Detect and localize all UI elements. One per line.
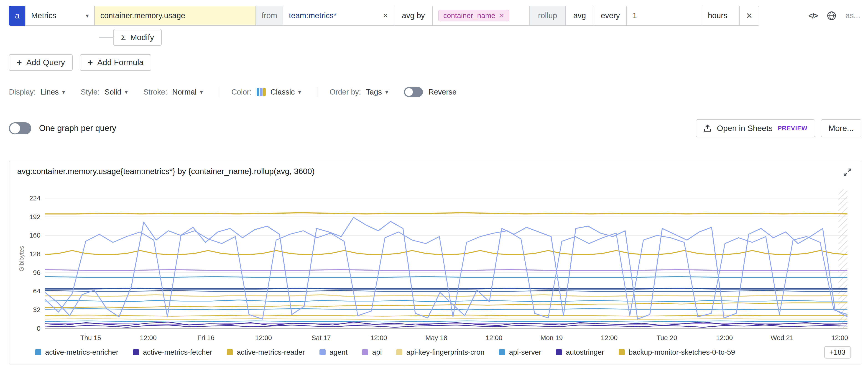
one-graph-per-query-toggle[interactable] <box>9 122 31 134</box>
code-icon[interactable]: </> <box>808 11 817 20</box>
x-tick-label: 12:00 <box>140 334 157 341</box>
source-dropdown[interactable]: Metrics ▾ <box>25 6 95 26</box>
add-query-button[interactable]: + Add Query <box>9 54 73 71</box>
clear-scope-icon[interactable]: ✕ <box>383 12 389 20</box>
expand-graph-button[interactable] <box>842 167 853 180</box>
legend-overflow-badge[interactable]: +183 <box>824 346 851 359</box>
chevron-down-icon: ▾ <box>385 88 389 96</box>
group-by-tag-pill[interactable]: container_name ✕ <box>438 10 509 22</box>
globe-icon[interactable] <box>827 11 837 21</box>
open-in-sheets-button[interactable]: Open in Sheets PREVIEW <box>696 119 815 137</box>
rollup-label: rollup <box>529 6 566 26</box>
from-label: from <box>255 6 283 26</box>
legend-label: backup-monitor-sketches-0-to-59 <box>629 348 735 357</box>
series-line[interactable] <box>45 213 847 214</box>
legend-label: active-metrics-fetcher <box>143 348 212 357</box>
chart-title: avg:container.memory.usage{team:metrics*… <box>17 167 314 176</box>
color-dropdown[interactable]: Color: Classic ▾ <box>231 88 301 96</box>
query-bar-actions: </> as... <box>808 11 861 21</box>
legend-item[interactable]: api <box>362 348 382 357</box>
legend-item[interactable]: autostringer <box>556 348 604 357</box>
legend-swatch <box>556 349 562 355</box>
divider <box>219 87 219 97</box>
display-dropdown[interactable]: Display: Lines ▾ <box>9 88 65 96</box>
legend-label: active-metrics-reader <box>237 348 305 357</box>
chart-header: avg:container.memory.usage{team:metrics*… <box>17 167 853 180</box>
more-button[interactable]: More... <box>821 119 861 137</box>
as-label[interactable]: as... <box>845 11 860 20</box>
divider <box>317 87 317 97</box>
incomplete-data-hatch <box>839 189 847 328</box>
series-line[interactable] <box>45 318 847 319</box>
color-label: Color: <box>231 88 251 96</box>
add-row: + Add Query + Add Formula <box>9 54 861 71</box>
interval-value-input[interactable]: 1 <box>626 6 702 26</box>
legend-item[interactable]: agent <box>319 348 348 357</box>
legend-item[interactable]: api-key-fingerprints-cron <box>396 348 484 357</box>
x-tick-label: 12:00 <box>486 334 502 341</box>
connector-line <box>99 37 113 38</box>
display-label: Display: <box>9 88 36 96</box>
reverse-toggle[interactable] <box>404 87 423 97</box>
legend-item[interactable]: backup-monitor-sketches-0-to-59 <box>619 348 735 357</box>
legend-swatch <box>396 349 402 355</box>
reverse-toggle-group: Reverse <box>404 87 457 97</box>
interval-unit-dropdown[interactable]: hours <box>702 6 740 26</box>
chevron-down-icon: ▾ <box>86 12 89 19</box>
metric-input[interactable]: container.memory.usage <box>94 6 256 26</box>
style-value: Solid <box>104 88 121 96</box>
legend-items: active-metrics-enricheractive-metrics-fe… <box>35 348 735 357</box>
graph-controls-row: One graph per query Open in Sheets PREVI… <box>9 119 861 137</box>
series-line[interactable] <box>45 315 847 316</box>
metrics-explorer-page: a Metrics ▾ container.memory.usage from … <box>0 0 868 369</box>
display-value: Lines <box>41 88 59 96</box>
legend-label: active-metrics-enricher <box>45 348 118 357</box>
modify-row: Σ Modify <box>99 29 861 46</box>
x-tick-label: 12:00 <box>831 334 848 341</box>
series-line[interactable] <box>45 300 847 302</box>
style-dropdown[interactable]: Style: Solid ▾ <box>81 88 128 96</box>
legend-item[interactable]: api-server <box>499 348 541 357</box>
rollup-fn-dropdown[interactable]: avg <box>565 6 594 26</box>
stroke-dropdown[interactable]: Stroke: Normal ▾ <box>144 88 203 96</box>
x-tick-label: Thu 15 <box>81 334 101 341</box>
y-tick-label: 128 <box>29 250 40 257</box>
series-line[interactable] <box>45 231 847 319</box>
timeseries-chart[interactable]: 0326496128160192224Thu 1512:00Fri 1612:0… <box>17 182 853 345</box>
every-label: every <box>594 6 627 26</box>
legend-swatch <box>362 349 368 355</box>
add-formula-label: Add Formula <box>97 58 144 67</box>
scope-input[interactable]: team:metrics* ✕ <box>283 6 394 26</box>
order-by-dropdown[interactable]: Order by: Tags ▾ <box>330 88 388 96</box>
series-line[interactable] <box>45 295 847 297</box>
query-letter-badge[interactable]: a <box>9 6 26 26</box>
remove-tag-icon[interactable]: ✕ <box>499 12 504 19</box>
legend-label: autostringer <box>566 348 604 357</box>
plus-icon: + <box>17 58 22 67</box>
open-in-sheets-label: Open in Sheets <box>717 124 773 133</box>
x-tick-label: 12:00 <box>255 334 272 341</box>
y-tick-label: 32 <box>33 306 41 313</box>
y-tick-label: 160 <box>29 232 40 239</box>
legend-item[interactable]: active-metrics-enricher <box>35 348 118 357</box>
y-tick-label: 192 <box>29 213 40 220</box>
legend-item[interactable]: active-metrics-reader <box>227 348 305 357</box>
series-line[interactable] <box>45 290 847 291</box>
add-formula-button[interactable]: + Add Formula <box>80 54 151 71</box>
export-icon <box>703 124 712 132</box>
series-line[interactable] <box>45 270 847 270</box>
series-line[interactable] <box>45 325 847 327</box>
chevron-down-icon: ▾ <box>62 88 65 96</box>
remove-rollup-icon[interactable]: ✕ <box>739 6 759 26</box>
group-by-field[interactable]: container_name ✕ <box>432 6 530 26</box>
legend-item[interactable]: active-metrics-fetcher <box>133 348 212 357</box>
legend-swatch <box>619 349 625 355</box>
legend-swatch <box>319 349 326 355</box>
style-label: Style: <box>81 88 100 96</box>
modify-button[interactable]: Σ Modify <box>113 29 162 46</box>
scope-input-value: team:metrics* <box>289 11 337 20</box>
palette-swatch-icon <box>257 88 266 96</box>
series-line[interactable] <box>45 288 847 289</box>
color-value: Classic <box>271 88 295 96</box>
stroke-value: Normal <box>173 88 197 96</box>
